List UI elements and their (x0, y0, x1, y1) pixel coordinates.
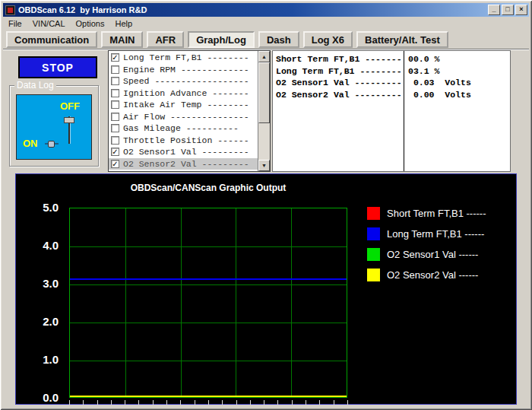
pid-label: Gas Mileage ---------- (123, 123, 239, 133)
readings-rows: Short Term FT,B1 -------00.0 %Long Term … (273, 51, 510, 171)
pid-list-item[interactable]: Engine RPM ------------- (109, 64, 258, 76)
pid-label: Intake Air Temp -------- (123, 100, 249, 110)
reading-row: Short Term FT,B1 -------00.0 % (273, 53, 510, 65)
close-icon[interactable]: × (515, 5, 527, 15)
reading-label: Short Term FT,B1 ------- (273, 54, 404, 64)
tab-afr[interactable]: AFR (147, 31, 184, 48)
y-tick-label: 1.0 (43, 353, 59, 366)
pid-checkbox[interactable]: ✓ (111, 148, 119, 156)
reading-value: 03.1 % (404, 66, 439, 76)
app-icon (5, 5, 15, 15)
pid-label: Long Term FT,B1 -------- (123, 52, 249, 62)
pid-list-item[interactable]: Speed ------------------ (109, 75, 258, 87)
pid-checkbox[interactable] (111, 136, 119, 145)
scroll-up-icon[interactable]: ▲ (258, 51, 270, 62)
reading-row: O2 Sensor2 Val --------- 0.00 Volts (273, 89, 510, 101)
pid-checkbox[interactable]: ✓ (111, 53, 119, 62)
pid-list-item[interactable]: Ignition Advance ------- (109, 87, 258, 100)
pid-list-item[interactable]: Gas Mileage ---------- (109, 122, 258, 135)
v-gridline (291, 208, 292, 397)
legend: Short Term FT,B1 ------Long Term FT,B1 -… (367, 207, 486, 281)
h-gridline (70, 284, 347, 285)
pid-list-item[interactable]: Throttle Position ------ (109, 135, 258, 147)
menu-item-vin-cal[interactable]: VIN/CAL (27, 18, 71, 29)
h-gridline (70, 323, 347, 323)
legend-label: O2 Sensor1 Val ------ (387, 249, 478, 260)
y-tick-label: 0.0 (43, 391, 59, 404)
pid-listbox: ✓Long Term FT,B1 --------Engine RPM ----… (108, 50, 271, 172)
reading-label: Long Term FT,B1 -------- (273, 66, 404, 76)
pid-list-item[interactable]: ✓O2 Sensor2 Val --------- (109, 158, 258, 170)
datalog-toggle-thumb[interactable] (64, 117, 74, 123)
pid-list-item[interactable]: ✓O2 Sensor1 Val --------- (109, 146, 258, 158)
datalog-on-knob[interactable] (48, 141, 55, 148)
menu-item-file[interactable]: File (3, 18, 27, 29)
tab-graph-log[interactable]: Graph/Log (188, 31, 255, 48)
maximize-icon[interactable]: □ (502, 5, 514, 15)
datalog-on-label: ON (23, 138, 38, 149)
legend-label: Short Term FT,B1 ------ (387, 208, 486, 219)
pid-checkbox[interactable] (111, 89, 119, 97)
reading-label: O2 Sensor2 Val --------- (273, 90, 404, 100)
v-gridline (125, 208, 126, 397)
datalog-off-label: OFF (60, 100, 80, 112)
datalog-panel: OFF ON (16, 94, 92, 160)
pid-label: O2 Sensor1 Val --------- (123, 147, 249, 157)
scrollbar-thumb[interactable] (258, 62, 270, 123)
datalog-toggle-slider[interactable] (68, 116, 71, 144)
pid-scrollbar[interactable]: ▲ ▼ (258, 51, 270, 171)
pid-checkbox[interactable] (111, 77, 119, 85)
menu-item-options[interactable]: Options (71, 18, 110, 29)
pid-checkbox[interactable] (111, 113, 119, 121)
legend-entry: Short Term FT,B1 ------ (367, 207, 486, 220)
pid-checkbox[interactable] (111, 124, 119, 132)
legend-swatch-o2-sensor2-val (367, 269, 380, 281)
series-line-long-term-ft-b1 (70, 278, 347, 280)
separator (3, 49, 529, 49)
legend-swatch-short-term-ft-b1 (367, 207, 380, 220)
pid-checkbox[interactable] (111, 65, 119, 74)
readings-panel: Short Term FT,B1 -------00.0 %Long Term … (272, 50, 511, 172)
y-tick-label: 3.0 (43, 277, 59, 290)
x-axis-ticks (69, 400, 349, 405)
y-tick-label: 4.0 (43, 239, 59, 252)
menu-item-help[interactable]: Help (109, 18, 138, 29)
tab-communication[interactable]: Communication (6, 31, 97, 48)
minimize-icon[interactable]: _ (488, 5, 500, 15)
reading-value: 00.0 % (404, 54, 439, 64)
legend-swatch-long-term-ft-b1 (367, 227, 380, 240)
pid-checkbox[interactable]: ✓ (111, 160, 119, 168)
tab-main[interactable]: MAIN (101, 31, 143, 48)
legend-entry: O2 Sensor1 Val ------ (367, 248, 486, 261)
v-gridline (236, 208, 236, 397)
titlebar[interactable]: OBDScan 6.12 by Harrison R&D _ □ × (3, 3, 529, 17)
h-gridline (70, 246, 347, 247)
v-gridline (181, 208, 182, 397)
pid-label: Speed ------------------ (123, 76, 249, 86)
pid-list-item[interactable]: ✓Long Term FT,B1 -------- (109, 52, 258, 64)
tab-log-x6[interactable]: Log X6 (303, 31, 353, 48)
y-tick-label: 2.0 (43, 315, 59, 328)
pid-list-item[interactable]: Intake Air Temp -------- (109, 99, 258, 111)
scroll-down-icon[interactable]: ▼ (258, 160, 270, 171)
legend-label: Long Term FT,B1 ------ (387, 228, 484, 240)
menubar: FileVIN/CALOptionsHelp (3, 17, 529, 30)
tab-dash[interactable]: Dash (258, 31, 299, 48)
pid-label: Air Flow --------------- (123, 112, 249, 122)
datalog-group: Data Log OFF ON (9, 85, 99, 167)
pid-label: Engine RPM ------------- (123, 65, 249, 75)
y-tick-label: 5.0 (43, 201, 59, 214)
pid-checkbox[interactable] (111, 100, 119, 109)
legend-swatch-o2-sensor1-val (367, 248, 380, 261)
stop-button[interactable]: STOP (18, 56, 97, 78)
pid-list-item[interactable]: Air Flow --------------- (109, 111, 258, 123)
window-controls: _ □ × (488, 5, 527, 15)
legend-label: O2 Sensor2 Val ------ (387, 269, 478, 281)
pid-label: Ignition Advance ------- (123, 88, 249, 98)
tab-battery-alt-test[interactable]: Battery/Alt. Test (356, 31, 448, 48)
pid-items: ✓Long Term FT,B1 --------Engine RPM ----… (109, 52, 258, 171)
legend-entry: O2 Sensor2 Val ------ (367, 269, 486, 281)
reading-value: 0.03 Volts (404, 78, 471, 87)
tab-bar: CommunicationMAINAFRGraph/LogDashLog X6B… (3, 30, 529, 49)
pid-label: O2 Sensor2 Val --------- (123, 159, 249, 169)
